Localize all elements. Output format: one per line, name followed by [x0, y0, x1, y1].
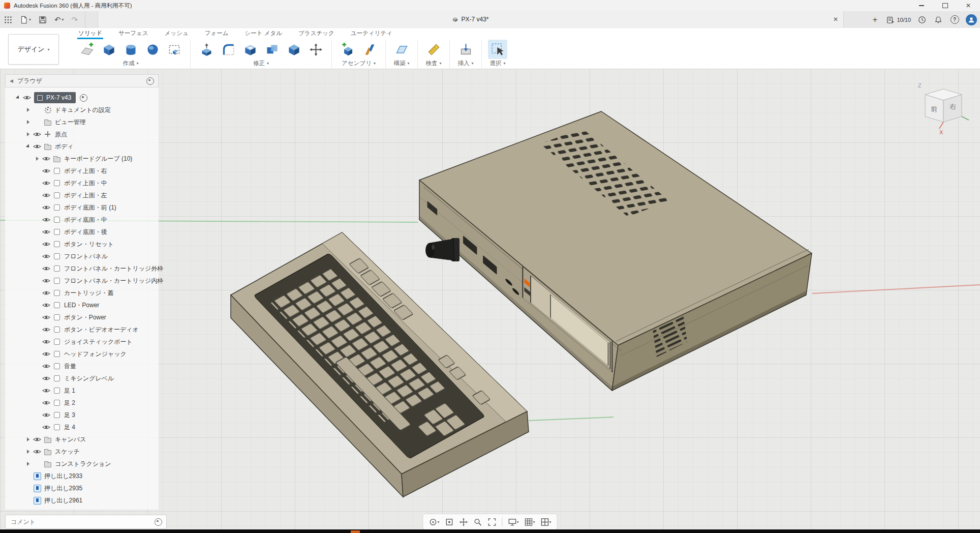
- new-tab-button[interactable]: +: [869, 15, 880, 24]
- browser-row[interactable]: コンストラクション: [5, 458, 159, 470]
- save-button[interactable]: [39, 16, 47, 24]
- browser-row[interactable]: LED・Power: [5, 299, 159, 311]
- browser-row[interactable]: フロントパネル: [5, 250, 159, 262]
- expand-arrow-icon[interactable]: [25, 131, 32, 137]
- panel-collapse-icon[interactable]: ◀: [10, 78, 13, 83]
- zoom-button[interactable]: [471, 515, 484, 528]
- browser-row[interactable]: ボディ底面・後: [5, 226, 159, 238]
- visibility-eye-icon[interactable]: [42, 400, 50, 405]
- ribbon-tab[interactable]: ユーティリティ: [350, 28, 393, 39]
- notifications-button[interactable]: [933, 15, 943, 25]
- visibility-eye-icon[interactable]: [42, 327, 50, 332]
- browser-row[interactable]: ボディ底面・前 (1): [5, 201, 159, 214]
- construction-plane-button[interactable]: [392, 40, 411, 59]
- undo-button[interactable]: ↶ ▾: [54, 15, 64, 24]
- visibility-eye-icon[interactable]: [33, 449, 41, 454]
- expand-arrow-icon[interactable]: [35, 156, 41, 162]
- maximize-button[interactable]: [933, 0, 957, 11]
- browser-row[interactable]: フロントパネル・カートリッジ内枠: [5, 275, 159, 287]
- browser-row[interactable]: PX-7 v43: [5, 92, 159, 104]
- new-component-button[interactable]: [338, 40, 357, 59]
- browser-row[interactable]: 足 1: [5, 384, 159, 397]
- select-group-dropdown[interactable]: 選択 ▾: [489, 59, 505, 69]
- ribbon-tab[interactable]: ソリッド: [77, 28, 103, 39]
- visibility-eye-icon[interactable]: [42, 181, 50, 186]
- browser-row[interactable]: ボディ上面・中: [5, 177, 159, 189]
- browser-row[interactable]: カートリッジ・蓋: [5, 287, 159, 299]
- browser-row[interactable]: ボタン・Power: [5, 311, 159, 323]
- assemble-group-dropdown[interactable]: アセンブリ ▾: [342, 59, 376, 69]
- split-body-button[interactable]: [284, 40, 303, 59]
- taskbar-app-icon[interactable]: [351, 530, 360, 533]
- expand-arrow-icon[interactable]: [25, 461, 32, 467]
- ribbon-tab[interactable]: フォーム: [204, 28, 230, 39]
- create-sphere-button[interactable]: [143, 40, 162, 59]
- document-tab[interactable]: PX-7 v43* ✕: [98, 11, 844, 27]
- app-grid-button[interactable]: [4, 16, 12, 24]
- comment-options-icon[interactable]: [155, 518, 162, 526]
- browser-row[interactable]: ミキシングレベル: [5, 372, 159, 384]
- visibility-eye-icon[interactable]: [33, 437, 41, 442]
- browser-row[interactable]: キーボードグループ (10): [5, 153, 159, 165]
- browser-row[interactable]: ボディ上面・右: [5, 165, 159, 177]
- visibility-eye-icon[interactable]: [23, 95, 31, 100]
- browser-row[interactable]: ドキュメントの設定: [5, 104, 159, 116]
- create-sketch-button[interactable]: [77, 40, 97, 59]
- visibility-eye-icon[interactable]: [42, 339, 50, 344]
- browser-row[interactable]: ボタン・ビデオオーディオ: [5, 323, 159, 336]
- browser-row[interactable]: スケッチ: [5, 446, 159, 458]
- browser-row[interactable]: 押し出し2933: [5, 470, 159, 482]
- browser-row[interactable]: ボタン・リセット: [5, 238, 159, 250]
- create-group-dropdown[interactable]: 作成 ▾: [122, 59, 138, 69]
- joint-button[interactable]: [360, 40, 379, 59]
- browser-row[interactable]: ヘッドフォンジャック: [5, 348, 159, 360]
- browser-row[interactable]: 原点: [5, 128, 159, 140]
- expand-arrow-icon[interactable]: [15, 95, 21, 101]
- activate-target-icon[interactable]: [80, 94, 87, 102]
- ribbon-tab[interactable]: サーフェス: [117, 28, 149, 39]
- expand-arrow-icon[interactable]: [25, 143, 32, 150]
- minimize-button[interactable]: [910, 0, 933, 11]
- visibility-eye-icon[interactable]: [42, 351, 50, 357]
- workspace-switcher[interactable]: デザイン ▾: [8, 34, 59, 65]
- insert-button[interactable]: [456, 40, 475, 59]
- visibility-eye-icon[interactable]: [42, 229, 50, 234]
- expand-arrow-icon[interactable]: [25, 119, 32, 125]
- fillet-button[interactable]: [219, 40, 238, 59]
- visibility-eye-icon[interactable]: [42, 156, 50, 161]
- orbit-button[interactable]: ▾: [426, 515, 441, 528]
- close-button[interactable]: ✕: [957, 0, 980, 11]
- visibility-eye-icon[interactable]: [42, 412, 50, 418]
- user-avatar[interactable]: [966, 14, 977, 25]
- browser-row[interactable]: 押し出し2961: [5, 494, 159, 507]
- browser-row[interactable]: ジョイスティックポート: [5, 336, 159, 348]
- browser-row[interactable]: 押し出し2935: [5, 482, 159, 494]
- help-button[interactable]: ?: [950, 15, 960, 25]
- comment-input[interactable]: [10, 518, 151, 526]
- job-status-button[interactable]: 10/10: [886, 16, 911, 24]
- insert-group-dropdown[interactable]: 挿入 ▾: [457, 59, 473, 69]
- file-menu-button[interactable]: ▾: [20, 16, 31, 24]
- browser-row[interactable]: キャンバス: [5, 433, 159, 446]
- visibility-eye-icon[interactable]: [42, 217, 50, 222]
- select-button[interactable]: [488, 40, 507, 59]
- expand-arrow-icon[interactable]: [25, 449, 32, 455]
- browser-row[interactable]: ボディ底面・中: [5, 214, 159, 226]
- browser-row[interactable]: ボディ上面・左: [5, 189, 159, 201]
- shell-button[interactable]: [240, 40, 260, 59]
- fit-view-button[interactable]: [485, 515, 498, 528]
- ribbon-tab[interactable]: メッシュ: [164, 28, 190, 39]
- panel-options-icon[interactable]: [146, 77, 154, 85]
- create-box-button[interactable]: [99, 40, 118, 59]
- visibility-eye-icon[interactable]: [42, 376, 50, 381]
- visibility-eye-icon[interactable]: [42, 290, 50, 295]
- expand-arrow-icon[interactable]: [25, 107, 32, 113]
- look-at-button[interactable]: [443, 515, 455, 528]
- browser-row[interactable]: ビュー管理: [5, 116, 159, 128]
- press-pull-button[interactable]: [197, 40, 216, 59]
- visibility-eye-icon[interactable]: [33, 144, 41, 149]
- visibility-eye-icon[interactable]: [42, 266, 50, 271]
- visibility-eye-icon[interactable]: [42, 254, 50, 259]
- visibility-eye-icon[interactable]: [42, 205, 50, 210]
- visibility-eye-icon[interactable]: [42, 303, 50, 308]
